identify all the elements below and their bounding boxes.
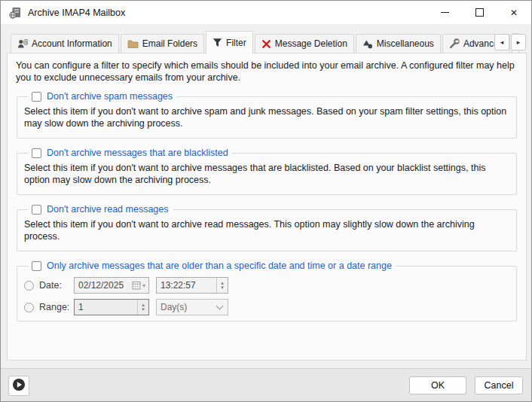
read-messages-group-legend: Don't archive read messages: [28, 204, 173, 215]
tabstrip: @ Account Information Email Folders Filt…: [1, 24, 531, 53]
spin-down-icon: ▾: [142, 307, 145, 312]
read-messages-description: Select this item if you don't want to ar…: [24, 218, 509, 245]
arrow-left-icon: ◂: [500, 38, 504, 46]
read-messages-checkbox[interactable]: [32, 205, 41, 215]
tab-email-folders[interactable]: Email Folders: [121, 34, 204, 53]
date-input[interactable]: 02/12/2025 ▾: [74, 277, 149, 294]
maximize-icon: [475, 8, 484, 17]
blacklist-group: Don't archive messages that are blacklis…: [17, 148, 517, 195]
date-radio[interactable]: [24, 281, 34, 291]
calendar-icon: [132, 281, 141, 290]
play-icon: [12, 378, 26, 394]
shapes-icon: [362, 39, 373, 49]
blacklist-group-legend: Don't archive messages that are blacklis…: [28, 148, 232, 158]
spam-group-legend: Don't archive spam messages: [28, 91, 176, 102]
range-radio[interactable]: [24, 303, 34, 312]
blacklist-checkbox-label[interactable]: Don't archive messages that are blacklis…: [47, 148, 228, 158]
folder-icon: [127, 39, 139, 49]
wrench-icon: [449, 38, 460, 49]
date-range-group: Only archive messages that are older tha…: [17, 260, 517, 321]
date-dropdown-icon[interactable]: ▾: [141, 282, 148, 289]
ok-button[interactable]: OK: [409, 376, 466, 394]
spam-checkbox-label[interactable]: Don't archive spam messages: [47, 91, 173, 102]
run-archive-button[interactable]: [8, 376, 29, 396]
date-row: Date: 02/12/2025 ▾ 1: [24, 277, 509, 294]
date-range-group-legend: Only archive messages that are older tha…: [28, 260, 396, 271]
filter-panel: You can configure a filter to specify wh…: [7, 53, 527, 361]
date-range-checkbox-label[interactable]: Only archive messages that are older tha…: [47, 260, 392, 271]
chevron-down-icon: [216, 303, 224, 310]
tab-message-deletion[interactable]: Message Deletion: [255, 34, 354, 53]
date-radio-label[interactable]: Date:: [39, 280, 74, 291]
blacklist-checkbox[interactable]: [32, 148, 41, 158]
range-row: Range: 1 ▴▾ Day(s): [24, 299, 509, 315]
maximize-button[interactable]: [462, 1, 497, 24]
tab-filter[interactable]: Filter: [206, 31, 253, 53]
spam-description: Select this item if you don't want to ar…: [24, 105, 509, 132]
intro-text: You can configure a filter to specify wh…: [16, 59, 516, 84]
spin-down-icon: ▾: [221, 285, 224, 290]
footer: OK Cancel: [1, 368, 531, 401]
window-controls: ✕: [427, 1, 531, 24]
filter-icon: [212, 38, 222, 47]
tab-scrollers: ◂ ▸: [494, 34, 526, 50]
minimize-button[interactable]: [427, 1, 462, 24]
delete-x-icon: [261, 39, 271, 49]
svg-text:@: @: [23, 38, 28, 45]
archive-imap4-mailbox-dialog: Archive IMAP4 Mailbox ✕ @ Account Inform…: [0, 0, 532, 402]
cancel-button[interactable]: Cancel: [475, 376, 523, 394]
titlebar: Archive IMAP4 Mailbox ✕: [1, 1, 531, 24]
time-input[interactable]: 13:22:57 ▴▾: [156, 277, 228, 294]
range-input[interactable]: 1 ▴▾: [74, 299, 149, 315]
account-icon: @: [17, 38, 28, 49]
window-title: Archive IMAP4 Mailbox: [28, 8, 125, 18]
spam-group: Don't archive spam messages Select this …: [17, 91, 517, 139]
blacklist-description: Select this item if you don't want to ar…: [24, 162, 509, 189]
tab-account-information[interactable]: @ Account Information: [11, 34, 119, 53]
arrow-right-icon: ▸: [517, 38, 521, 46]
close-icon: ✕: [510, 8, 518, 18]
range-radio-label[interactable]: Range:: [39, 302, 74, 312]
minimize-icon: [441, 12, 449, 13]
spam-checkbox[interactable]: [32, 92, 41, 102]
close-button[interactable]: ✕: [497, 1, 531, 24]
range-spinner[interactable]: ▴▾: [137, 300, 148, 315]
tab-scroll-right-button[interactable]: ▸: [511, 34, 526, 50]
range-unit-select[interactable]: Day(s): [156, 299, 228, 315]
tab-scroll-left-button[interactable]: ◂: [494, 34, 509, 50]
tab-miscellaneous[interactable]: Miscellaneous: [356, 34, 441, 53]
mailbox-archive-icon: [9, 7, 21, 19]
read-messages-checkbox-label[interactable]: Don't archive read messages: [47, 204, 169, 215]
date-range-checkbox[interactable]: [32, 261, 41, 271]
time-spinner[interactable]: ▴▾: [216, 278, 228, 293]
read-messages-group: Don't archive read messages Select this …: [17, 204, 517, 251]
